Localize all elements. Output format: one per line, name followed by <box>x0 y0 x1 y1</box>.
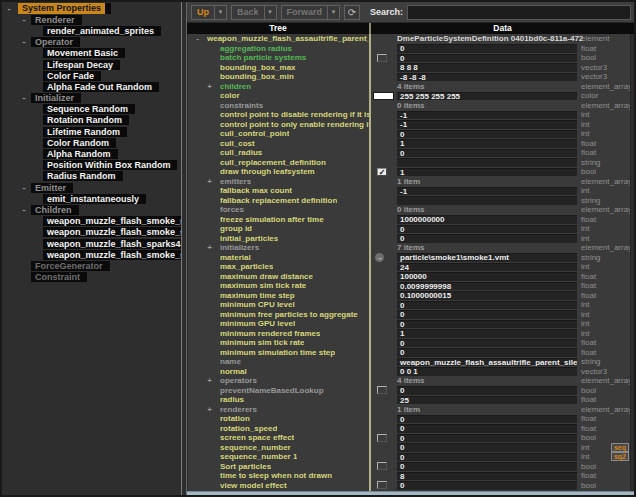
attribute-value-input[interactable]: particle\smoke1\smoke1.vmt <box>397 253 577 262</box>
attribute-data-row[interactable]: 25float <box>371 395 634 405</box>
attribute-name[interactable]: maximum draw distance <box>220 272 313 281</box>
attribute-value-input[interactable]: -8 -8 -8 <box>397 73 577 82</box>
system-tree-item[interactable]: Sequence Random <box>2 104 181 115</box>
attribute-data-row[interactable]: -8 -8 -8vector3 <box>371 72 634 82</box>
refresh-icon[interactable]: ⟳ <box>344 5 360 20</box>
attribute-value-input[interactable]: 0 <box>397 310 577 319</box>
attribute-data-row[interactable]: 0int <box>371 300 634 310</box>
attribute-data-row[interactable]: string <box>371 158 634 168</box>
system-tree-item[interactable]: Constraint <box>2 272 181 283</box>
attribute-tree-row[interactable]: minimum rendered frames <box>188 329 369 339</box>
attribute-value-input[interactable]: 0.1000000015 <box>397 291 577 300</box>
system-tree-item[interactable]: Radius Random <box>2 171 181 182</box>
attribute-data-row[interactable]: 0int <box>371 129 634 139</box>
attribute-name[interactable]: control point to disable rendering if it… <box>220 110 369 119</box>
collapse-marker-icon[interactable]: - <box>5 4 13 14</box>
attribute-tree-row[interactable]: minimum CPU level <box>188 300 369 310</box>
attribute-value-input[interactable] <box>397 196 577 205</box>
attribute-name[interactable]: minimum sim tick rate <box>220 338 304 347</box>
up-dropdown-arrow-icon[interactable]: ▼ <box>214 6 226 19</box>
attribute-name[interactable]: maximum time step <box>220 291 295 300</box>
attribute-data-row[interactable]: 0intseq <box>371 443 634 453</box>
system-tree-item[interactable]: weapon_muzzle_flash_sparks4 <box>2 238 181 249</box>
attribute-data-row[interactable]: DmeParticleSystemDefinition 0401bd0c-811… <box>371 34 634 44</box>
system-tree-item[interactable]: weapon_muzzle_flash_smoke_small <box>2 216 181 227</box>
attribute-tree-row[interactable]: bounding_box_min <box>188 72 369 82</box>
back-button[interactable]: Back ▼ <box>231 5 277 20</box>
forward-button-label[interactable]: Forward <box>282 6 328 19</box>
attribute-tree-row[interactable]: +emitters <box>188 177 369 187</box>
attribute-tree-row[interactable]: sequence_number <box>188 443 369 453</box>
attribute-name[interactable]: color <box>220 91 240 100</box>
attribute-tree-row[interactable]: cull_radius <box>188 148 369 158</box>
attribute-value-input[interactable]: 0 <box>397 234 577 243</box>
attribute-value-input[interactable]: 0 <box>397 443 577 452</box>
attribute-data-row[interactable]: 255 255 255 255color <box>371 91 634 101</box>
attribute-data-row[interactable]: 0.1000000015float <box>371 291 634 301</box>
attribute-data-row[interactable]: 4 itemselement_array <box>371 376 634 386</box>
attribute-value-input[interactable]: 255 255 255 255 <box>397 92 577 101</box>
attribute-data-row[interactable]: -1int <box>371 110 634 120</box>
attribute-value-input[interactable]: 1 <box>397 329 577 338</box>
attribute-data-row[interactable]: 0int <box>371 310 634 320</box>
attribute-tree-row[interactable]: +initializers <box>188 243 369 253</box>
attribute-name[interactable]: preventNameBasedLookup <box>220 386 324 395</box>
attribute-value-input[interactable]: 0 <box>397 44 577 53</box>
attribute-tree-row[interactable]: constraints <box>188 101 369 111</box>
expand-marker-icon[interactable]: + <box>206 405 213 414</box>
system-tree-item[interactable]: weapon_muzzle_flash_smoke_small3 <box>2 227 181 238</box>
attribute-value-input[interactable]: 0 <box>397 453 577 462</box>
expand-marker-icon[interactable]: - <box>194 34 201 43</box>
attribute-value-input[interactable]: -1 <box>397 120 577 129</box>
attribute-name[interactable]: operators <box>220 376 257 385</box>
attribute-name[interactable]: freeze simulation after time <box>220 215 324 224</box>
attribute-data-row[interactable]: 0float <box>371 148 634 158</box>
attribute-data-row[interactable]: 0bool <box>371 386 634 396</box>
system-tree-item[interactable]: -Renderer <box>2 14 181 25</box>
attribute-value-input[interactable]: 25 <box>397 396 577 405</box>
attribute-name[interactable]: fallback replacement definition <box>220 196 337 205</box>
attribute-data-row[interactable]: ✓1bool <box>371 167 634 177</box>
attribute-name[interactable]: maximum sim tick rate <box>220 281 306 290</box>
attribute-tree-row[interactable]: minimum free particles to aggregate <box>188 310 369 320</box>
attribute-name[interactable]: minimum simulation time step <box>220 348 335 357</box>
attribute-tree-row[interactable]: minimum sim tick rate <box>188 338 369 348</box>
vertical-scrollbar[interactable] <box>630 34 634 491</box>
system-tree-item[interactable]: emit_instantaneously <box>2 193 181 204</box>
attribute-value-input[interactable]: 0 <box>397 301 577 310</box>
attribute-data-row[interactable]: 1 itemelement_array <box>371 177 634 187</box>
search-input[interactable] <box>407 5 631 20</box>
attribute-tree-row[interactable]: sequence_number 1 <box>188 452 369 462</box>
attribute-data-row[interactable]: 0float <box>371 338 634 348</box>
attribute-tree-row[interactable]: +children <box>188 82 369 92</box>
attribute-data-row[interactable]: string <box>371 196 634 206</box>
attribute-value-input[interactable]: 0 <box>397 149 577 158</box>
attribute-name[interactable]: cull_control_point <box>220 129 289 138</box>
attribute-tree-row[interactable]: cull_control_point <box>188 129 369 139</box>
attribute-name[interactable]: view model effect <box>220 481 287 490</box>
attribute-tree-row[interactable]: rotation <box>188 414 369 424</box>
attribute-data-row[interactable]: →particle\smoke1\smoke1.vmtstring <box>371 253 634 263</box>
bool-checkbox-checked[interactable]: ✓ <box>377 168 387 176</box>
attribute-tree-row[interactable]: radius <box>188 395 369 405</box>
attribute-data-row[interactable]: 4 itemselement_array <box>371 82 634 92</box>
expand-marker-icon[interactable]: + <box>206 82 213 91</box>
attribute-value-input[interactable]: weapon_muzzle_flash_assaultrifle_parent_… <box>397 358 577 367</box>
attribute-data-row[interactable]: 100000float <box>371 272 634 282</box>
attribute-name[interactable]: cull_replacement_definition <box>220 158 326 167</box>
attribute-value-input[interactable]: 0 <box>397 130 577 139</box>
system-tree-item[interactable]: Alpha Fade Out Random <box>2 81 181 92</box>
attribute-name[interactable]: sequence_number 1 <box>220 452 297 461</box>
attribute-data-row[interactable]: 0int <box>371 234 634 244</box>
system-tree-item[interactable]: Lifetime Random <box>2 126 181 137</box>
attribute-name[interactable]: draw through leafsystem <box>220 167 315 176</box>
attribute-value-input[interactable]: 0 <box>397 348 577 357</box>
forward-dropdown-arrow-icon[interactable]: ▼ <box>327 6 339 19</box>
attribute-name[interactable]: time to sleep when not drawn <box>220 471 332 480</box>
attribute-name[interactable]: rotation_speed <box>220 424 277 433</box>
attribute-data-row[interactable]: 1float <box>371 139 634 149</box>
system-tree-item[interactable]: weapon_muzzle_flash_smoke_small4 <box>2 249 181 260</box>
attribute-value-input[interactable]: 0 <box>397 54 577 63</box>
attribute-tree-row[interactable]: group id <box>188 224 369 234</box>
element-link-icon[interactable]: → <box>375 253 384 262</box>
